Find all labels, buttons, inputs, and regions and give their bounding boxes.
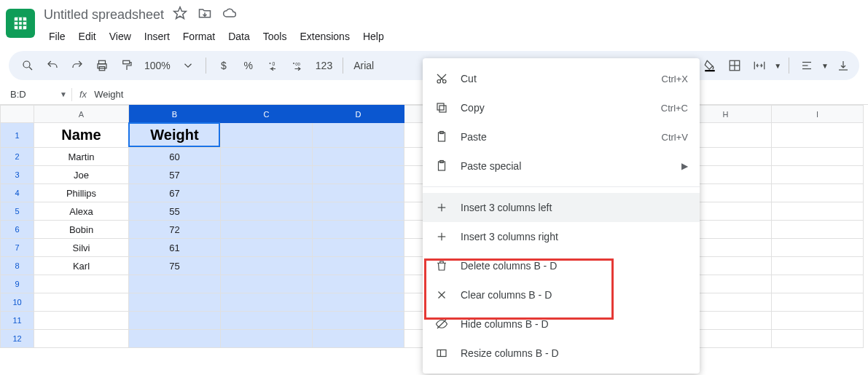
cell-A12[interactable] bbox=[34, 330, 129, 348]
cell-C2[interactable] bbox=[221, 148, 313, 166]
cell-B12[interactable] bbox=[129, 330, 221, 348]
cell-C12[interactable] bbox=[221, 330, 313, 348]
cell-D4[interactable] bbox=[313, 184, 404, 202]
undo-button[interactable] bbox=[42, 55, 63, 76]
cell-B1[interactable]: Weight bbox=[129, 123, 221, 148]
menu-paste[interactable]: Paste Ctrl+V bbox=[423, 122, 700, 151]
row-header-2[interactable]: 2 bbox=[1, 148, 34, 166]
cell-B4[interactable]: 67 bbox=[129, 184, 221, 202]
align-button[interactable] bbox=[797, 55, 817, 76]
cell-C10[interactable] bbox=[221, 293, 313, 312]
chevron-down-icon[interactable]: ▼ bbox=[60, 90, 67, 98]
menu-file[interactable]: File bbox=[44, 28, 71, 45]
row-header-11[interactable]: 11 bbox=[1, 312, 34, 330]
cell-A1[interactable]: Name bbox=[34, 123, 129, 148]
print-button[interactable] bbox=[92, 55, 112, 76]
currency-button[interactable]: $ bbox=[214, 55, 234, 76]
cell-D5[interactable] bbox=[313, 202, 404, 221]
row-header-8[interactable]: 8 bbox=[1, 257, 34, 275]
cell-I4[interactable] bbox=[772, 184, 864, 202]
row-header-1[interactable]: 1 bbox=[1, 123, 34, 148]
cell-A4[interactable]: Phillips bbox=[34, 184, 129, 202]
formula-input[interactable]: Weight bbox=[94, 89, 123, 100]
menu-delete-columns[interactable]: Delete columns B - D bbox=[423, 251, 700, 280]
column-header-C[interactable]: C bbox=[221, 106, 313, 123]
chevron-down-icon[interactable] bbox=[178, 55, 198, 76]
row-header-4[interactable]: 4 bbox=[1, 184, 34, 202]
cell-B6[interactable]: 72 bbox=[129, 221, 221, 239]
cell-A9[interactable] bbox=[34, 275, 129, 293]
cell-B7[interactable]: 61 bbox=[129, 239, 221, 257]
cell-B8[interactable]: 75 bbox=[129, 257, 221, 275]
menu-cut[interactable]: Cut Ctrl+X bbox=[423, 64, 700, 93]
borders-button[interactable] bbox=[724, 55, 745, 76]
cell-D8[interactable] bbox=[313, 257, 404, 275]
cell-A8[interactable]: Karl bbox=[34, 257, 129, 275]
row-header-9[interactable]: 9 bbox=[1, 275, 34, 293]
cell-I7[interactable] bbox=[772, 239, 864, 257]
cell-A3[interactable]: Joe bbox=[34, 166, 129, 184]
menu-copy[interactable]: Copy Ctrl+C bbox=[423, 93, 700, 122]
menu-paste-special[interactable]: Paste special ▶ bbox=[423, 151, 700, 181]
cell-C8[interactable] bbox=[221, 257, 313, 275]
zoom-select[interactable]: 100% bbox=[141, 60, 173, 71]
cell-C6[interactable] bbox=[221, 221, 313, 239]
menu-tools[interactable]: Tools bbox=[258, 28, 292, 45]
menu-extensions[interactable]: Extensions bbox=[294, 28, 354, 45]
cell-C3[interactable] bbox=[221, 166, 313, 184]
cell-D7[interactable] bbox=[313, 239, 404, 257]
cell-A11[interactable] bbox=[34, 312, 129, 330]
name-box[interactable]: B:D ▼ bbox=[6, 89, 71, 100]
cell-D2[interactable] bbox=[313, 148, 404, 166]
column-header-D[interactable]: D bbox=[313, 106, 404, 123]
cell-C1[interactable] bbox=[221, 123, 313, 148]
menu-resize-columns[interactable]: Resize columns B - D bbox=[423, 339, 700, 368]
menu-data[interactable]: Data bbox=[223, 28, 255, 45]
menu-insert-columns-left[interactable]: Insert 3 columns left bbox=[423, 193, 700, 222]
menu-clear-columns[interactable]: Clear columns B - D bbox=[423, 280, 700, 309]
number-format-button[interactable]: 123 bbox=[313, 55, 335, 76]
cell-D12[interactable] bbox=[313, 330, 404, 348]
menu-format[interactable]: Format bbox=[178, 28, 220, 45]
column-header-A[interactable]: A bbox=[34, 106, 129, 123]
cell-D6[interactable] bbox=[313, 221, 404, 239]
column-header-I[interactable]: I bbox=[772, 106, 864, 123]
cell-I11[interactable] bbox=[772, 312, 864, 330]
star-icon[interactable] bbox=[173, 6, 187, 23]
cell-C4[interactable] bbox=[221, 184, 313, 202]
redo-button[interactable] bbox=[67, 55, 87, 76]
cell-D3[interactable] bbox=[313, 166, 404, 184]
cell-I10[interactable] bbox=[772, 293, 864, 312]
menu-edit[interactable]: Edit bbox=[74, 28, 101, 45]
cell-I8[interactable] bbox=[772, 257, 864, 275]
cell-C11[interactable] bbox=[221, 312, 313, 330]
chevron-down-icon[interactable]: ▼ bbox=[821, 62, 829, 70]
cell-A2[interactable]: Martin bbox=[34, 148, 129, 166]
cell-A10[interactable] bbox=[34, 293, 129, 312]
cell-B3[interactable]: 57 bbox=[129, 166, 221, 184]
cell-A7[interactable]: Silvi bbox=[34, 239, 129, 257]
menu-help[interactable]: Help bbox=[358, 28, 389, 45]
valign-button[interactable] bbox=[833, 55, 853, 76]
merge-button[interactable] bbox=[749, 55, 770, 76]
cell-D1[interactable] bbox=[313, 123, 404, 148]
row-header-5[interactable]: 5 bbox=[1, 202, 34, 221]
menu-hide-columns[interactable]: Hide columns B - D bbox=[423, 309, 700, 339]
document-title[interactable]: Untitled spreadsheet bbox=[44, 7, 164, 23]
cell-C7[interactable] bbox=[221, 239, 313, 257]
menu-insert-columns-right[interactable]: Insert 3 columns right bbox=[423, 222, 700, 251]
search-icon[interactable] bbox=[17, 55, 38, 76]
percent-button[interactable]: % bbox=[238, 55, 259, 76]
cell-B9[interactable] bbox=[129, 275, 221, 293]
cell-A6[interactable]: Bobin bbox=[34, 221, 129, 239]
cell-C5[interactable] bbox=[221, 202, 313, 221]
menu-insert[interactable]: Insert bbox=[139, 28, 175, 45]
column-header-B[interactable]: B bbox=[129, 106, 221, 123]
fill-color-button[interactable] bbox=[700, 55, 720, 76]
cell-I3[interactable] bbox=[772, 166, 864, 184]
cell-B10[interactable] bbox=[129, 293, 221, 312]
cell-D9[interactable] bbox=[313, 275, 404, 293]
cell-I9[interactable] bbox=[772, 275, 864, 293]
decrease-decimal-button[interactable]: 0 bbox=[263, 55, 284, 76]
row-header-7[interactable]: 7 bbox=[1, 239, 34, 257]
